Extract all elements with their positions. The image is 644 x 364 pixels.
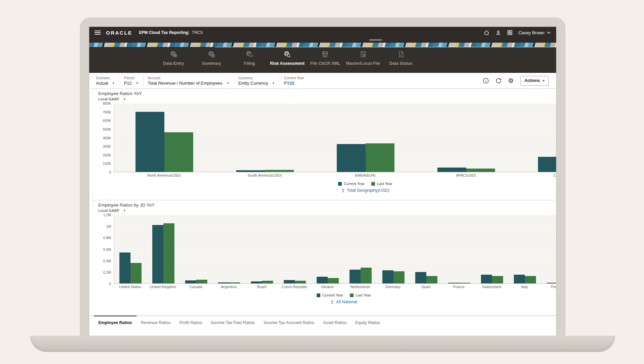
bar-last-year-apac-usd-[interactable] xyxy=(466,169,495,172)
bottom-tab-bar: Employee RatiosRevenue RatiosProfit Rati… xyxy=(89,316,556,329)
gaap-selector[interactable]: Local GAAP ▾ xyxy=(98,97,125,101)
bar-last-year-emea-eur-[interactable] xyxy=(366,143,394,172)
bar-current-year-united-states[interactable] xyxy=(119,253,130,283)
bar-current-year-italy[interactable] xyxy=(514,275,525,283)
bar-last-year-united-kingdom[interactable] xyxy=(163,223,174,283)
settings-gear-icon[interactable]: ⚙ xyxy=(508,78,514,84)
legend-swatch xyxy=(338,182,342,186)
legend-item-last-year: Last Year xyxy=(350,293,371,297)
tab-asset-ratios[interactable]: Asset Ratios xyxy=(319,316,351,329)
category-label: Germany xyxy=(377,285,410,289)
pov-filter-account[interactable]: AccountTotal Revenue / Number of Employe… xyxy=(144,75,234,87)
tab-employee-ratios[interactable]: Employee Ratios xyxy=(94,316,137,329)
app-code: TRCS xyxy=(192,30,203,35)
ribbon-tab-filing[interactable]: Filing xyxy=(230,47,268,73)
bar-current-year-spain[interactable] xyxy=(415,272,426,283)
caret-down-icon: ▾ xyxy=(137,82,138,85)
ribbon-tab-label: Summary xyxy=(202,61,221,66)
bar-current-year-czech-republic[interactable] xyxy=(284,280,295,283)
top-bar: ORACLE EPM Cloud Tax Reporting: TRCS Cas… xyxy=(89,27,556,38)
bar-last-year-czech-republic[interactable] xyxy=(295,281,306,283)
bar-last-year-netherlands[interactable] xyxy=(361,268,372,283)
info-icon[interactable] xyxy=(483,78,489,84)
category-label: South America(USD) xyxy=(214,173,315,177)
hamburger-menu-icon[interactable] xyxy=(95,30,101,35)
home-icon[interactable] xyxy=(483,30,490,36)
bar-last-year-north-america-usd-[interactable] xyxy=(164,132,193,172)
bar-current-year-apac-usd-[interactable] xyxy=(437,168,466,172)
tab-profit-ratios[interactable]: Profit Ratios xyxy=(175,316,207,329)
ribbon-nav: Data EntrySummaryFilingRisk AssessmentFi… xyxy=(89,47,556,73)
bar-current-year-united-kingdom[interactable] xyxy=(152,225,163,283)
gridline xyxy=(114,215,556,215)
drill-link-total-geography[interactable]: ↥ Total Geography(USD) xyxy=(114,188,556,193)
bar-current-year-canada[interactable] xyxy=(185,280,196,283)
bar-current-year-ukraine[interactable] xyxy=(317,277,328,284)
bar-last-year-canada[interactable] xyxy=(196,280,207,283)
pov-filter-label: Scenario xyxy=(96,76,114,80)
bar-last-year-united-states[interactable] xyxy=(130,263,142,284)
user-menu[interactable]: Casey Brown xyxy=(519,30,551,35)
bar-last-year-argentina[interactable] xyxy=(229,282,240,283)
ribbon-tab-master-local-file[interactable]: Master/Local File xyxy=(344,47,382,73)
category-label: Brazil xyxy=(245,285,278,289)
bar-current-year-argentina[interactable] xyxy=(218,282,229,283)
pov-filter-label: Currency xyxy=(238,76,274,80)
tab-income-tax-paid-ratios[interactable]: Income Tax Paid Ratios xyxy=(207,316,259,329)
ribbon-tab-risk-assessment[interactable]: Risk Assessment xyxy=(268,47,306,73)
drill-link-all-national[interactable]: ↥ All National xyxy=(114,300,556,304)
y-axis-tick: 0.2M xyxy=(103,270,111,274)
bar-current-year-north-america-usd-[interactable] xyxy=(136,112,164,172)
drill-up-icon: ↥ xyxy=(330,300,334,304)
actions-button[interactable]: Actions ▾ xyxy=(520,76,549,86)
tab-equity-ratios[interactable]: Equity Ratios xyxy=(351,316,384,329)
pov-filter-currency[interactable]: CurrencyEntity Currency▾ xyxy=(234,75,280,87)
bar-current-year-france[interactable] xyxy=(448,283,459,283)
chart-card-employee-ratios-by-jd-yoy: Employee Ratios by JD YoY Local GAAP ▾ 1… xyxy=(93,200,556,316)
ribbon-tab-data-entry[interactable]: Data Entry xyxy=(155,47,193,73)
y-axis-tick: 1.2M xyxy=(103,213,111,217)
bar-last-year-ukraine[interactable] xyxy=(328,278,339,283)
gridline xyxy=(114,103,556,104)
bar-current-year-switzerland[interactable] xyxy=(481,275,492,283)
globe-doc-icon xyxy=(208,51,215,58)
legend-item-last-year: Last Year xyxy=(371,182,392,186)
bar-last-year-spain[interactable] xyxy=(426,276,437,283)
globe-table-icon xyxy=(170,51,177,58)
ribbon-tab-file-cbcr-xml[interactable]: File CbCR XML xyxy=(306,47,344,73)
bar-last-year-france[interactable] xyxy=(459,283,470,283)
ribbon-tab-data-status[interactable]: Data Status xyxy=(382,47,420,73)
bar-current-year-south-america-usd-[interactable] xyxy=(236,170,265,172)
ribbon-tab-label: Risk Assessment xyxy=(270,61,305,66)
ribbon-tab-summary[interactable]: Summary xyxy=(193,47,230,73)
bar-last-year-germany[interactable] xyxy=(393,271,405,283)
bar-current-year-emea-eur-[interactable] xyxy=(337,144,366,172)
caret-down-icon: ▾ xyxy=(124,209,125,212)
person-icon[interactable] xyxy=(495,30,501,36)
bar-last-year-italy[interactable] xyxy=(525,276,536,283)
pov-filter-current-year[interactable]: Current YearFY22 xyxy=(280,75,309,87)
pov-filter-scenario[interactable]: ScenarioActual▾ xyxy=(95,75,120,87)
bar-current-year-netherlands[interactable] xyxy=(350,270,361,283)
tab-revenue-ratios[interactable]: Revenue Ratios xyxy=(137,316,175,329)
refresh-icon[interactable] xyxy=(495,78,502,84)
bar-current-year-germany[interactable] xyxy=(382,270,393,283)
y-axis-tick: 1M xyxy=(106,224,111,228)
decorative-mosaic-strip xyxy=(89,38,556,47)
pov-filter-period[interactable]: PeriodP12▾ xyxy=(120,75,144,87)
pov-filter-value: Total Revenue / Number of Employees▾ xyxy=(148,81,228,85)
bar-current-year-corporate-usd-[interactable] xyxy=(538,157,556,172)
app-grid-icon[interactable] xyxy=(507,30,513,36)
bar-last-year-south-america-usd-[interactable] xyxy=(265,170,294,172)
bar-current-year-brazil[interactable] xyxy=(251,281,262,283)
gaap-selector[interactable]: Local GAAP ▾ xyxy=(98,209,125,213)
bar-last-year-switzerland[interactable] xyxy=(492,276,503,283)
tab-income-tax-accrued-ratios[interactable]: Income Tax Accrued Ratios xyxy=(259,316,319,329)
y-axis-tick: 0 xyxy=(109,170,111,174)
bar-current-year-thailand[interactable] xyxy=(547,283,556,283)
globe-bars-icon xyxy=(246,51,253,58)
oracle-logo: ORACLE xyxy=(106,30,132,35)
legend-item-current-year: Current Year xyxy=(317,293,343,297)
plot-area xyxy=(114,215,556,284)
bar-last-year-brazil[interactable] xyxy=(262,281,273,283)
